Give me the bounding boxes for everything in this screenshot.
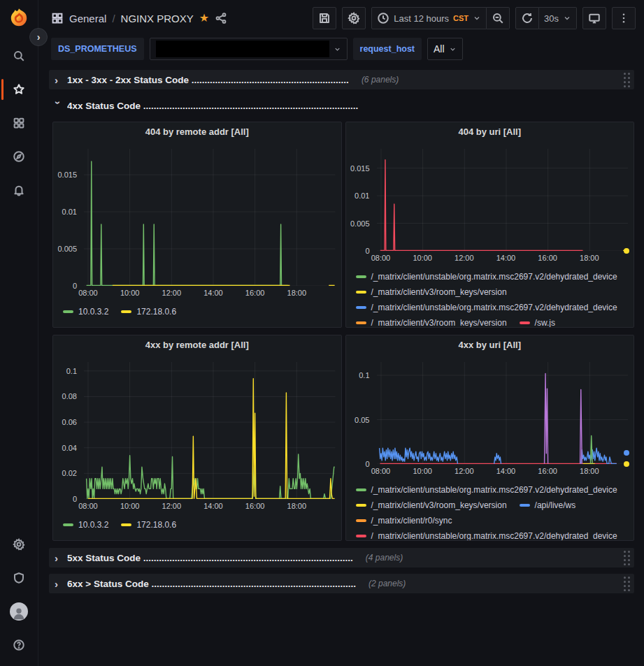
- variable-label-ds-prometheus[interactable]: DS_PROMETHEUS: [51, 38, 144, 60]
- drag-handle-icon[interactable]: [624, 551, 630, 565]
- legend-item[interactable]: /api/live/ws: [520, 498, 576, 513]
- row-5xx[interactable]: › 5xx Status Code ......................…: [49, 548, 634, 567]
- sidebar-expand-button[interactable]: ›: [29, 28, 48, 46]
- panels-grid: 404 by remote addr [All] 00.0050.010.015…: [52, 122, 634, 541]
- settings-gear-icon: [348, 12, 360, 24]
- legend-item[interactable]: /_matrix/client/v3/room_keys/version: [356, 284, 507, 300]
- y-tick-label: 0.08: [62, 392, 77, 400]
- grafana-app: ›: [0, 0, 644, 666]
- panel-title[interactable]: 4xx by remote addr [All]: [53, 335, 341, 355]
- legend-item[interactable]: 172.18.0.6: [121, 517, 176, 533]
- x-tick-label: 16:00: [538, 467, 557, 475]
- x-tick-label: 18:00: [580, 467, 599, 475]
- breadcrumb-section[interactable]: General: [69, 13, 106, 24]
- share-icon[interactable]: [215, 12, 227, 24]
- legend-item[interactable]: /sw.js: [520, 315, 555, 327]
- chevron-right-icon: ›: [55, 578, 62, 590]
- time-range-picker[interactable]: Last 12 hours CST: [371, 7, 487, 29]
- x-tick-label: 08:00: [371, 467, 391, 475]
- chart-canvas[interactable]: [377, 362, 629, 464]
- legend-label: /_matrix/client/v3/room_keys/version: [371, 500, 507, 510]
- legend-swatch: [356, 504, 366, 507]
- chart-canvas[interactable]: [84, 149, 336, 286]
- sidebar-item-help[interactable]: [0, 637, 38, 653]
- variable-label-request-host[interactable]: request_host: [353, 38, 422, 60]
- cycle-view-button[interactable]: [582, 7, 606, 29]
- x-tick-label: 16:00: [245, 502, 265, 510]
- refresh-button[interactable]: [515, 7, 539, 29]
- refresh-group: 30s: [515, 7, 577, 29]
- variable-value-request-host[interactable]: All: [427, 38, 463, 60]
- sidebar-item-search[interactable]: [0, 48, 38, 64]
- plot-region: 00.050.1 08:0010:0012:0014:0016:0018:00: [346, 355, 634, 481]
- plot-region: 00.0050.010.015 08:0010:0012:0014:0016:0…: [346, 142, 634, 268]
- variables-bar: DS_PROMETHEUS request_host All: [38, 36, 644, 67]
- dashboard-title[interactable]: NGINX PROXY: [121, 13, 194, 24]
- sidebar-item-starred[interactable]: [0, 81, 38, 98]
- legend-item[interactable]: /_matrix/client/v3/room_keys/version: [356, 498, 507, 513]
- legend-item[interactable]: /_matrix/client/v3/room_keys/version: [356, 315, 507, 327]
- series-line: [494, 454, 501, 464]
- panel-title[interactable]: 404 by remote addr [All]: [53, 122, 341, 142]
- legend: 10.0.3.2172.18.0.6: [53, 303, 341, 327]
- x-tick-label: 18:00: [580, 254, 599, 262]
- main-area: General / NGINX PROXY ★ Last: [38, 0, 644, 666]
- legend-item[interactable]: /_matrix/client/unstable/org.matrix.msc2…: [356, 482, 617, 498]
- dashboard-settings-button[interactable]: [342, 7, 366, 29]
- plot-region: 00.0050.010.015 08:0010:0012:0014:0016:0…: [53, 142, 341, 303]
- legend-item[interactable]: 10.0.3.2: [63, 304, 108, 319]
- legend-item[interactable]: /_matrix/client/unstable/org.matrix.msc2…: [356, 528, 617, 540]
- x-axis: 08:0010:0012:0014:0016:0018:00: [84, 502, 336, 514]
- legend-item[interactable]: /_matrix/client/unstable/org.matrix.msc2…: [356, 269, 617, 284]
- x-tick-label: 16:00: [245, 289, 265, 297]
- panel-title[interactable]: 4xx by uri [All]: [346, 335, 634, 355]
- legend-label: /_matrix/client/v3/room_keys/version: [371, 318, 507, 327]
- variable-value-ds-prometheus[interactable]: [150, 38, 348, 60]
- chevron-down-icon: [334, 45, 341, 53]
- y-tick-label: 0.06: [62, 418, 77, 426]
- grafana-logo[interactable]: [8, 7, 30, 29]
- x-tick-label: 10:00: [413, 467, 432, 475]
- time-range-label: Last 12 hours: [394, 13, 449, 24]
- sidebar-item-alerting[interactable]: [0, 182, 38, 198]
- chart-canvas[interactable]: [84, 362, 336, 499]
- legend-item[interactable]: 10.0.3.2: [63, 517, 108, 533]
- y-tick-label: 0: [365, 460, 369, 468]
- drag-handle-icon[interactable]: [624, 73, 630, 87]
- sidebar-bottom-group: [0, 528, 38, 662]
- legend-item[interactable]: 172.18.0.6: [121, 304, 176, 319]
- legend-label: 10.0.3.2: [78, 307, 108, 317]
- legend-item[interactable]: /_matrix/client/unstable/org.matrix.msc2…: [356, 300, 617, 315]
- row-4xx[interactable]: › 4xx Status Code ......................…: [49, 96, 634, 115]
- row-6xx[interactable]: › 6xx > Status Code ....................…: [49, 574, 634, 593]
- sidebar-item-server-admin[interactable]: [0, 570, 38, 586]
- alerting-bell-icon: [13, 184, 25, 196]
- legend-swatch: [520, 504, 530, 507]
- timezone-badge: CST: [453, 14, 468, 22]
- sidebar-item-profile[interactable]: [0, 603, 38, 620]
- legend-label: /api/live/ws: [535, 500, 576, 510]
- x-tick-label: 16:00: [538, 254, 557, 262]
- drag-handle-icon[interactable]: [624, 577, 630, 591]
- kebab-menu-button[interactable]: [612, 7, 636, 29]
- star-icon: [13, 83, 25, 96]
- favorite-star-icon[interactable]: ★: [199, 13, 209, 24]
- save-dashboard-button[interactable]: [313, 7, 336, 29]
- panel-title[interactable]: 404 by uri [All]: [346, 122, 634, 142]
- refresh-interval-picker[interactable]: 30s: [539, 7, 577, 29]
- sidebar-item-dashboards[interactable]: [0, 115, 38, 131]
- variable-selected-value: All: [434, 43, 445, 55]
- chart-canvas[interactable]: [377, 149, 629, 251]
- y-axis: 00.020.040.060.080.1: [53, 362, 81, 499]
- x-axis: 08:0010:0012:0014:0016:0018:00: [84, 289, 336, 301]
- x-tick-label: 14:00: [496, 254, 516, 262]
- sidebar-item-configuration[interactable]: [0, 536, 38, 553]
- legend-item[interactable]: /_matrix/client/r0/sync: [356, 513, 452, 528]
- zoom-out-time-button[interactable]: [487, 7, 510, 29]
- y-tick-label: 0: [365, 247, 369, 255]
- sidebar-item-explore[interactable]: [0, 148, 38, 165]
- row-1xx-3xx-2xx[interactable]: › 1xx - 3xx - 2xx Status Code ..........…: [49, 70, 634, 89]
- panel-4xx-by-remote-addr: 4xx by remote addr [All] 00.020.040.060.…: [52, 335, 342, 541]
- legend-swatch: [63, 310, 73, 313]
- y-tick-label: 0.015: [57, 171, 77, 179]
